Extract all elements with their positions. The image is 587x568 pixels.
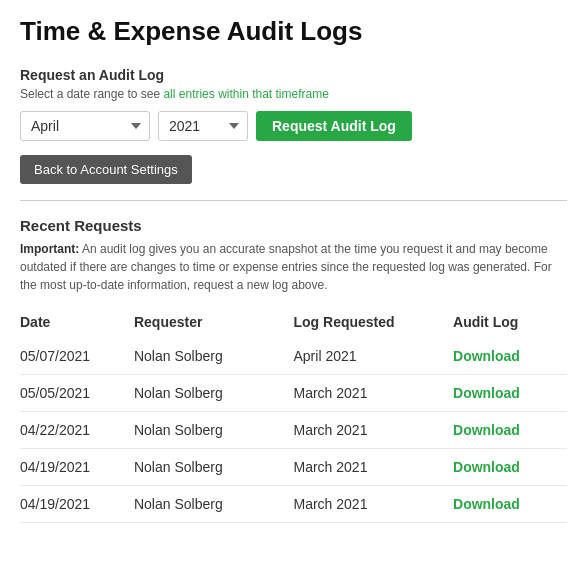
- request-section: Request an Audit Log Select a date range…: [20, 67, 567, 200]
- cell-audit-log: Download: [453, 486, 567, 523]
- table-row: 04/19/2021Nolan SolbergMarch 2021Downloa…: [20, 449, 567, 486]
- cell-log-requested: April 2021: [293, 338, 453, 375]
- download-link[interactable]: Download: [453, 459, 520, 475]
- cell-log-requested: March 2021: [293, 449, 453, 486]
- cell-date: 04/22/2021: [20, 412, 134, 449]
- table-row: 04/22/2021Nolan SolbergMarch 2021Downloa…: [20, 412, 567, 449]
- desc-highlight: all entries within that timeframe: [163, 87, 328, 101]
- download-link[interactable]: Download: [453, 385, 520, 401]
- section-divider: [20, 200, 567, 201]
- recent-section: Recent Requests Important: An audit log …: [20, 217, 567, 523]
- recent-requests-table: Date Requester Log Requested Audit Log 0…: [20, 308, 567, 523]
- cell-audit-log: Download: [453, 338, 567, 375]
- request-audit-log-button[interactable]: Request Audit Log: [256, 111, 412, 141]
- cell-requester: Nolan Solberg: [134, 412, 294, 449]
- cell-log-requested: March 2021: [293, 375, 453, 412]
- cell-audit-log: Download: [453, 412, 567, 449]
- request-section-desc: Select a date range to see all entries w…: [20, 87, 567, 101]
- important-text: An audit log gives you an accurate snaps…: [20, 242, 552, 292]
- important-note: Important: An audit log gives you an acc…: [20, 240, 567, 294]
- download-link[interactable]: Download: [453, 496, 520, 512]
- important-label: Important:: [20, 242, 79, 256]
- col-header-requester: Requester: [134, 308, 294, 338]
- col-header-log: Log Requested: [293, 308, 453, 338]
- cell-requester: Nolan Solberg: [134, 486, 294, 523]
- download-link[interactable]: Download: [453, 422, 520, 438]
- cell-log-requested: March 2021: [293, 486, 453, 523]
- table-row: 05/07/2021Nolan SolbergApril 2021Downloa…: [20, 338, 567, 375]
- col-header-date: Date: [20, 308, 134, 338]
- cell-requester: Nolan Solberg: [134, 338, 294, 375]
- download-link[interactable]: Download: [453, 348, 520, 364]
- cell-audit-log: Download: [453, 375, 567, 412]
- cell-audit-log: Download: [453, 449, 567, 486]
- table-row: 04/19/2021Nolan SolbergMarch 2021Downloa…: [20, 486, 567, 523]
- cell-requester: Nolan Solberg: [134, 449, 294, 486]
- table-row: 05/05/2021Nolan SolbergMarch 2021Downloa…: [20, 375, 567, 412]
- desc-prefix: Select a date range to see: [20, 87, 163, 101]
- cell-log-requested: March 2021: [293, 412, 453, 449]
- cell-date: 05/07/2021: [20, 338, 134, 375]
- cell-date: 04/19/2021: [20, 449, 134, 486]
- recent-section-title: Recent Requests: [20, 217, 567, 234]
- request-section-label: Request an Audit Log: [20, 67, 567, 83]
- month-dropdown[interactable]: JanuaryFebruaryMarchAprilMayJuneJulyAugu…: [20, 111, 150, 141]
- col-header-audit: Audit Log: [453, 308, 567, 338]
- year-dropdown[interactable]: 2019202020212022: [158, 111, 248, 141]
- back-to-account-settings-button[interactable]: Back to Account Settings: [20, 155, 192, 184]
- cell-date: 04/19/2021: [20, 486, 134, 523]
- page-title: Time & Expense Audit Logs: [20, 16, 567, 47]
- cell-date: 05/05/2021: [20, 375, 134, 412]
- controls-row: JanuaryFebruaryMarchAprilMayJuneJulyAugu…: [20, 111, 567, 141]
- cell-requester: Nolan Solberg: [134, 375, 294, 412]
